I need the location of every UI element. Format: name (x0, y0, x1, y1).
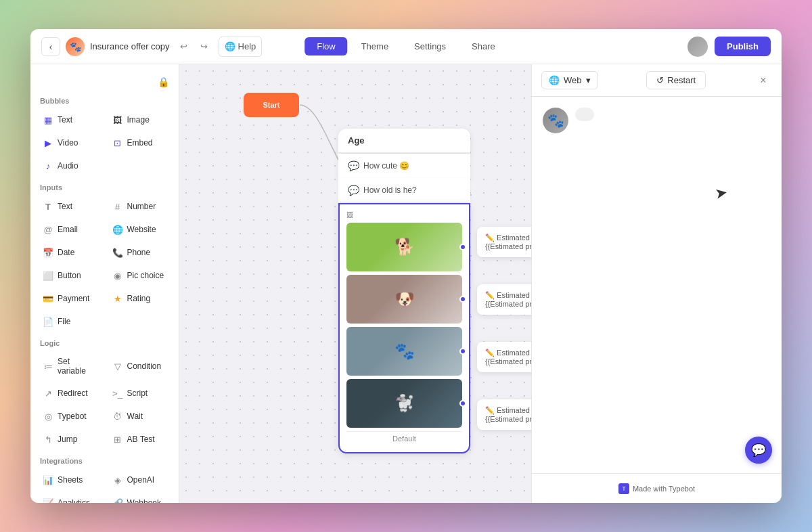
bubble-audio[interactable]: ♪ Audio (37, 156, 103, 175)
input-email-label: Email (58, 225, 78, 234)
integration-sheets[interactable]: 📊 Sheets (37, 470, 103, 489)
input-number-label: Number (127, 202, 156, 211)
section-logic-title: Logic (37, 339, 172, 347)
phone-input-icon: 📞 (112, 247, 123, 258)
script-icon: >_ (112, 388, 123, 399)
input-file[interactable]: 📄 File (37, 312, 103, 331)
integration-openai[interactable]: ◈ OpenAI (107, 470, 173, 489)
date-input-icon: 📅 (43, 247, 53, 258)
webhook-icon: 🔗 (112, 497, 123, 503)
app-icon: 🐾 (66, 37, 85, 56)
restart-button[interactable]: ↺ Restart (646, 71, 706, 89)
web-select[interactable]: 🌐 Web ▾ (541, 71, 598, 89)
chat-bubble-text-1: How cute 😊 (363, 161, 409, 171)
redirect-icon: ↗ (43, 388, 53, 399)
input-payment[interactable]: 💳 Payment (37, 289, 103, 308)
tab-flow[interactable]: Flow (304, 37, 347, 56)
logic-ab-test[interactable]: ⊞ AB Test (107, 430, 173, 449)
back-button[interactable]: ‹ (41, 37, 60, 56)
input-button[interactable]: ⬜ Button (37, 266, 103, 285)
logic-condition[interactable]: ▽ Condition (107, 353, 173, 380)
dog-option-4[interactable]: 🐩 (346, 379, 462, 428)
default-option: Default (346, 431, 462, 445)
publish-button[interactable]: Publish (715, 37, 771, 56)
redo-button[interactable]: ↪ (196, 38, 213, 56)
tab-group: Flow Theme Settings Share (304, 37, 508, 56)
set-variable-icon: ≔ (43, 361, 53, 372)
chat-avatar: 🐾 (543, 108, 568, 133)
chat-bubble-button[interactable]: 💬 (745, 437, 772, 464)
bubbles-grid: ▦ Text 🖼 Image ▶ Video ⊡ Embed ♪ Audi (37, 110, 172, 175)
section-inputs-title: Inputs (37, 183, 172, 192)
input-rating[interactable]: ★ Rating (107, 289, 173, 308)
logic-redirect[interactable]: ↗ Redirect (37, 384, 103, 403)
right-panel: 🌐 Web ▾ ↺ Restart × 🐾 (531, 64, 782, 503)
dog-option-2[interactable]: 🐶 (346, 275, 462, 324)
input-button-label: Button (58, 271, 81, 280)
chat-message-bubble (575, 108, 594, 121)
input-text-label: Text (58, 202, 72, 211)
video-bubble-icon: ▶ (43, 137, 53, 148)
button-input-icon: ⬜ (43, 270, 53, 281)
canvas-area[interactable]: Start Age 💬 How cute 😊 (179, 64, 531, 503)
help-button[interactable]: 🌐 Help (219, 37, 263, 57)
chat-icon-right: 💬 (751, 443, 766, 458)
bubble-video[interactable]: ▶ Video (37, 133, 103, 152)
logic-jump[interactable]: ↰ Jump (37, 430, 103, 449)
input-phone[interactable]: 📞 Phone (107, 243, 173, 262)
nav-icons: ↩ ↪ (175, 38, 213, 56)
email-input-icon: @ (43, 224, 53, 235)
input-date[interactable]: 📅 Date (37, 243, 103, 262)
bubble-text[interactable]: ▦ Text (37, 110, 103, 129)
bubble-image[interactable]: 🖼 Image (107, 110, 173, 129)
help-label: Help (238, 41, 256, 51)
logic-typebot[interactable]: ◎ Typebot (37, 407, 103, 426)
tab-share[interactable]: Share (459, 37, 508, 56)
input-number[interactable]: # Number (107, 197, 173, 216)
condition-icon: ▽ (112, 361, 123, 372)
logic-grid: ≔ Set variable ▽ Condition ↗ Redirect >_… (37, 353, 172, 449)
input-text[interactable]: T Text (37, 197, 103, 216)
image-picker-card[interactable]: 🖼 🐕 🐶 🐾 🐩 (338, 203, 470, 453)
project-name: Insurance offer copy (90, 41, 170, 51)
ab-test-icon: ⊞ (112, 434, 123, 445)
section-integrations-title: Integrations (37, 457, 172, 465)
bubble-image-label: Image (127, 115, 150, 125)
file-input-icon: 📄 (43, 316, 53, 327)
restart-label: Restart (667, 75, 696, 85)
typebot-logic-icon: ◎ (43, 411, 53, 422)
condition-label: Condition (127, 361, 162, 371)
typebot-logic-label: Typebot (58, 412, 87, 421)
user-avatar[interactable] (687, 37, 708, 57)
bubble-video-label: Video (58, 138, 78, 148)
bubble-embed[interactable]: ⊡ Embed (107, 133, 173, 152)
orange-start-card[interactable]: Start (244, 93, 299, 117)
input-email[interactable]: @ Email (37, 220, 103, 239)
image-picker-icon: 🖼 (346, 211, 353, 219)
chevron-down-icon: ▾ (586, 75, 591, 85)
input-pic-choice-label: Pic choice (127, 271, 164, 280)
audio-bubble-icon: ♪ (43, 160, 53, 171)
option-dot-1 (459, 244, 466, 250)
app-window: ‹ 🐾 Insurance offer copy ↩ ↪ 🌐 Help Flow… (30, 29, 782, 503)
bubble-text-label: Text (58, 115, 72, 125)
logic-script[interactable]: >_ Script (107, 384, 173, 403)
undo-button[interactable]: ↩ (175, 38, 193, 56)
embed-bubble-icon: ⊡ (112, 137, 123, 148)
webhook-label: Webhook (127, 498, 161, 503)
input-pic-choice[interactable]: ◉ Pic choice (107, 266, 173, 285)
logic-set-variable[interactable]: ≔ Set variable (37, 353, 103, 380)
close-preview-button[interactable]: × (754, 72, 772, 89)
tab-settings[interactable]: Settings (402, 37, 458, 56)
jump-label: Jump (58, 435, 77, 444)
logic-wait[interactable]: ⏱ Wait (107, 407, 173, 426)
tab-theme[interactable]: Theme (349, 37, 401, 56)
redirect-label: Redirect (58, 389, 88, 398)
input-file-label: File (58, 317, 70, 326)
dog-option-3[interactable]: 🐾 (346, 327, 462, 376)
integration-webhook[interactable]: 🔗 Webhook (107, 493, 173, 503)
dog-option-1[interactable]: 🐕 (346, 223, 462, 271)
integration-analytics[interactable]: 📈 Analytics (37, 493, 103, 503)
dog-image-1: 🐕 (346, 223, 462, 271)
input-website[interactable]: 🌐 Website (107, 220, 173, 239)
